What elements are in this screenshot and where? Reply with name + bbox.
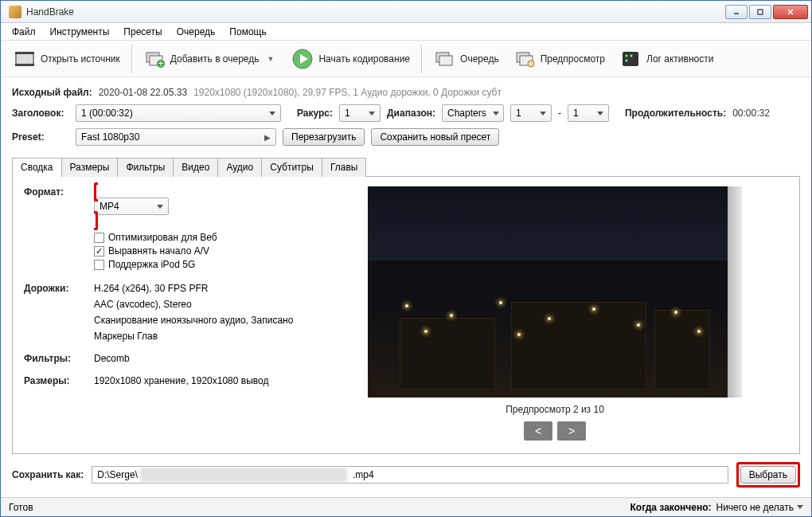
content-area: Исходный файл: 2020-01-08 22.05.33 1920x… — [1, 77, 811, 497]
preview-prev-button[interactable]: < — [524, 421, 552, 441]
save-path-input[interactable]: D:\Serge\ .mp4 — [92, 466, 728, 484]
tab-summary[interactable]: Сводка — [12, 158, 62, 177]
title-select[interactable]: 1 (00:00:32) — [76, 104, 281, 122]
play-icon — [291, 48, 314, 70]
format-label: Формат: — [24, 186, 84, 198]
save-as-row: Сохранить как: D:\Serge\ .mp4 Выбрать — [12, 462, 800, 488]
tabs: Сводка Размеры Фильтры Видео Аудио Субти… — [12, 157, 800, 176]
ipod-label: Поддержка iPod 5G — [108, 258, 195, 272]
when-done-select[interactable]: Ничего не делать — [716, 502, 804, 513]
preview-icon — [513, 48, 536, 70]
menu-file[interactable]: Файл — [6, 25, 42, 39]
menu-tools[interactable]: Инструменты — [44, 25, 116, 39]
menu-queue[interactable]: Очередь — [170, 25, 222, 39]
window-controls — [725, 5, 808, 19]
maximize-button[interactable] — [749, 5, 771, 19]
preview-index-label: Предпросмотр 2 из 10 — [506, 404, 604, 415]
chevron-down-icon — [540, 112, 546, 116]
menu-help[interactable]: Помощь — [223, 25, 272, 39]
queue-add-icon: + — [143, 48, 166, 70]
open-source-label: Открыть источник — [41, 53, 120, 65]
menu-presets[interactable]: Пресеты — [117, 25, 168, 39]
svg-rect-1 — [758, 10, 763, 14]
toolbar-separator — [421, 45, 422, 73]
film-icon — [14, 48, 36, 70]
reload-preset-button[interactable]: Перезагрузить — [283, 128, 365, 146]
start-encode-button[interactable]: Начать кодирование — [285, 42, 416, 76]
angle-label: Ракурс: — [297, 108, 333, 119]
range-to-select[interactable]: 1 — [568, 104, 609, 122]
tab-filters[interactable]: Фильтры — [117, 158, 174, 177]
toolbar-separator — [131, 45, 132, 73]
browse-button[interactable]: Выбрать — [740, 466, 796, 484]
format-select[interactable]: MP4 — [94, 198, 169, 215]
queue-button[interactable]: Очередь — [427, 42, 506, 76]
status-text: Готов — [9, 502, 33, 513]
svg-rect-5 — [17, 53, 33, 65]
format-highlight: MP4 — [94, 182, 303, 230]
svg-rect-15 — [439, 56, 452, 65]
blurred-path — [140, 468, 347, 482]
preset-select[interactable]: Fast 1080p30 ▶ — [76, 128, 276, 146]
chevron-down-icon — [369, 112, 375, 116]
svg-rect-19 — [623, 52, 638, 66]
chevron-down-icon — [797, 505, 803, 509]
minimize-button[interactable] — [725, 5, 748, 19]
svg-rect-6 — [15, 52, 34, 54]
web-optimized-checkbox[interactable]: Оптимизирован для Веб — [94, 231, 303, 245]
add-queue-dropdown[interactable]: ▼ — [264, 55, 278, 63]
checkbox-icon — [94, 233, 104, 243]
filters-value: Decomb — [94, 353, 303, 364]
preview-button[interactable]: Предпросмотр — [507, 42, 611, 76]
svg-point-22 — [626, 59, 628, 61]
svg-text:+: + — [158, 58, 163, 69]
tab-subtitles[interactable]: Субтитры — [261, 158, 322, 177]
close-button[interactable] — [773, 5, 808, 19]
log-icon — [619, 48, 642, 70]
app-icon — [9, 6, 21, 18]
track-chapters: Маркеры Глав — [94, 331, 303, 342]
preset-row: Preset: Fast 1080p30 ▶ Перезагрузить Сох… — [12, 128, 800, 146]
tab-audio[interactable]: Аудио — [217, 158, 262, 177]
tab-dimensions[interactable]: Размеры — [61, 158, 119, 177]
preview-next-button[interactable]: > — [557, 421, 586, 441]
add-queue-button[interactable]: + Добавить в очередь ▼ — [137, 42, 284, 76]
ipod-support-checkbox[interactable]: Поддержка iPod 5G — [94, 258, 303, 272]
track-audio: AAC (avcodec), Stereo — [94, 299, 303, 310]
queue-label: Очередь — [460, 53, 499, 65]
chevron-down-icon — [269, 112, 275, 116]
range-type-value: Chapters — [447, 108, 486, 119]
title-label: Заголовок: — [12, 108, 69, 119]
save-preset-label: Сохранить новый пресет — [380, 131, 490, 143]
align-av-label: Выравнять начало A/V — [108, 245, 209, 258]
svg-point-21 — [630, 54, 633, 57]
save-preset-button[interactable]: Сохранить новый пресет — [371, 128, 499, 146]
toolbar: Открыть источник + Добавить в очередь ▼ … — [1, 41, 811, 77]
preset-label: Preset: — [12, 131, 50, 143]
tab-video[interactable]: Видео — [173, 158, 218, 177]
range-type-select[interactable]: Chapters — [442, 104, 504, 122]
save-path-prefix: D:\Serge\ — [97, 469, 138, 480]
track-scan: Сканирование иноязычного аудио, Записано — [94, 315, 303, 326]
duration-label: Продолжительность: — [625, 108, 726, 119]
svg-rect-7 — [15, 64, 34, 66]
start-encode-label: Начать кодирование — [318, 53, 410, 65]
tracks-values: H.264 (x264), 30 FPS PFR AAC (avcodec), … — [94, 283, 303, 342]
titlebar: HandBrake — [1, 1, 811, 23]
tracks-label: Дорожки: — [24, 283, 84, 294]
activity-log-button[interactable]: Лог активности — [613, 42, 720, 76]
tab-chapters[interactable]: Главы — [322, 158, 367, 177]
open-source-button[interactable]: Открыть источник — [7, 42, 127, 76]
svg-point-18 — [528, 61, 534, 67]
duration-value: 00:00:32 — [732, 108, 770, 119]
sizes-value: 1920x1080 хранение, 1920x1080 вывод — [94, 375, 303, 386]
angle-select[interactable]: 1 — [339, 104, 381, 122]
align-av-checkbox[interactable]: Выравнять начало A/V — [94, 245, 303, 258]
chevron-right-icon: ▶ — [264, 133, 271, 142]
save-path-suffix: .mp4 — [353, 469, 374, 480]
sizes-label: Размеры: — [24, 375, 84, 386]
title-value: 1 (00:00:32) — [81, 108, 133, 119]
range-from-select[interactable]: 1 — [510, 104, 552, 122]
source-file-name: 2020-01-08 22.05.33 — [99, 87, 187, 98]
range-from-value: 1 — [516, 108, 521, 119]
